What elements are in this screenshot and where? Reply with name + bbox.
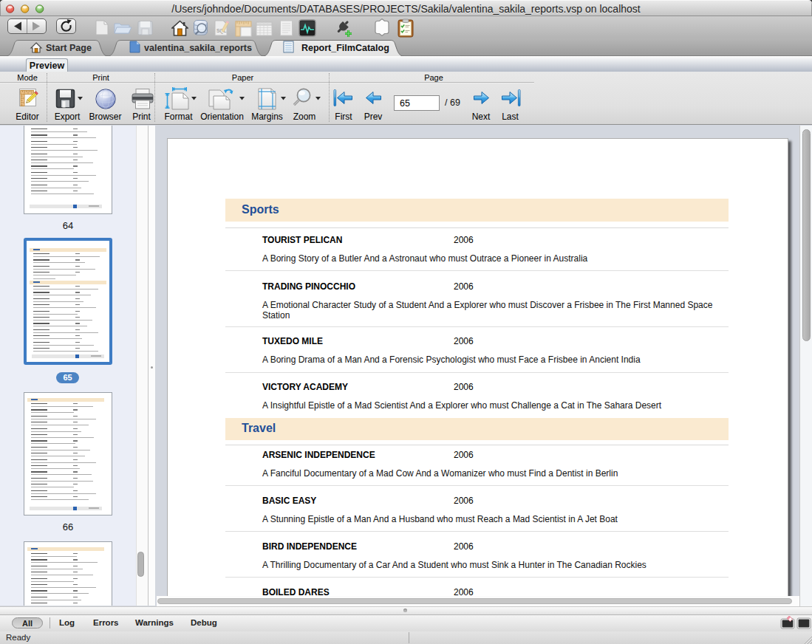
svg-text:Start Page: Start Page: [46, 43, 92, 53]
svg-text:valentina_sakila_reports: valentina_sakila_reports: [144, 43, 252, 53]
svg-text:Report_FilmCatalog: Report_FilmCatalog: [301, 43, 389, 53]
